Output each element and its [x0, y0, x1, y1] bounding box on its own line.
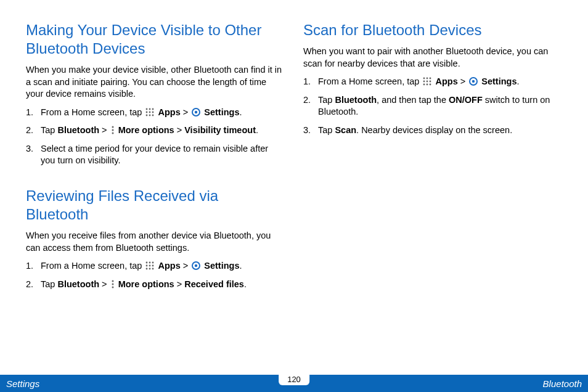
svg-point-28 — [423, 78, 425, 80]
intro-visibility: When you make your device visible, other… — [26, 64, 285, 100]
svg-point-33 — [430, 81, 431, 83]
step: From a Home screen, tap Apps > Settings. — [26, 107, 285, 119]
text: . — [239, 107, 242, 117]
footer-section: Settings — [6, 378, 39, 389]
text: . — [256, 125, 258, 135]
page-footer: Settings 120 Bluetooth — [0, 375, 588, 392]
svg-point-19 — [152, 265, 154, 267]
text: From a Home screen, tap — [41, 107, 144, 117]
svg-point-31 — [423, 81, 425, 83]
visibility-timeout-label: Visibility timeout — [184, 125, 256, 135]
svg-point-4 — [149, 111, 151, 113]
svg-point-12 — [112, 129, 113, 131]
step: Tap Bluetooth, and then tap the ON/OFF s… — [303, 94, 562, 118]
bluetooth-label: Bluetooth — [57, 125, 99, 135]
svg-point-14 — [146, 262, 148, 264]
step: Tap Scan. Nearby devices display on the … — [303, 125, 562, 137]
svg-point-7 — [149, 114, 151, 116]
text: Tap — [318, 95, 335, 105]
more-options-icon — [110, 125, 115, 135]
right-column: Scan for Bluetooth Devices When you want… — [303, 21, 562, 369]
svg-point-2 — [152, 108, 154, 110]
settings-label: Settings — [204, 261, 239, 271]
intro-scan: When you want to pair with another Bluet… — [303, 46, 562, 70]
settings-icon — [191, 107, 201, 117]
settings-icon — [191, 261, 201, 271]
apps-label: Apps — [435, 76, 457, 86]
heading-visibility: Making Your Device Visible to Other Blue… — [26, 21, 285, 58]
svg-point-20 — [146, 268, 148, 270]
svg-point-10 — [195, 110, 197, 113]
svg-point-0 — [146, 108, 148, 110]
text: > — [99, 279, 110, 289]
svg-point-18 — [149, 265, 151, 267]
settings-icon — [468, 76, 478, 86]
svg-point-32 — [427, 81, 428, 83]
svg-point-26 — [112, 283, 113, 285]
svg-point-8 — [152, 114, 154, 116]
step: From a Home screen, tap Apps > Settings. — [26, 260, 285, 272]
text: > — [181, 107, 191, 117]
svg-point-16 — [152, 262, 154, 264]
svg-point-15 — [149, 262, 151, 264]
svg-point-27 — [112, 286, 113, 288]
bluetooth-label: Bluetooth — [335, 95, 377, 105]
svg-point-21 — [149, 268, 151, 270]
text: Tap — [41, 125, 57, 135]
svg-point-5 — [152, 111, 154, 113]
text: > — [174, 125, 185, 135]
apps-icon — [145, 261, 155, 271]
intro-reviewing: When you receive files from another devi… — [26, 230, 285, 254]
bluetooth-label: Bluetooth — [57, 279, 99, 289]
svg-point-11 — [112, 126, 113, 128]
svg-point-22 — [152, 268, 154, 270]
svg-point-35 — [427, 84, 428, 86]
text: > — [174, 279, 185, 289]
text: From a Home screen, tap — [318, 76, 422, 86]
page-number: 120 — [279, 374, 309, 385]
scan-label: Scan — [335, 125, 356, 135]
text: . — [244, 279, 247, 289]
text: > — [458, 76, 468, 86]
more-options-icon — [110, 279, 115, 289]
steps-reviewing: From a Home screen, tap Apps > Settings.… — [26, 260, 285, 290]
svg-point-3 — [146, 111, 148, 113]
svg-point-29 — [427, 78, 428, 80]
steps-visibility: From a Home screen, tap Apps > Settings.… — [26, 107, 285, 167]
svg-point-38 — [472, 80, 475, 83]
svg-point-25 — [112, 280, 113, 282]
step: Tap Bluetooth > More options > Received … — [26, 279, 285, 291]
text: > — [99, 125, 110, 135]
text: . Nearby devices display on the screen. — [356, 125, 512, 135]
apps-icon — [422, 76, 432, 86]
text: , and then tap the — [377, 95, 449, 105]
footer-topic: Bluetooth — [543, 378, 582, 389]
left-column: Making Your Device Visible to Other Blue… — [26, 21, 285, 369]
text: Tap — [41, 279, 57, 289]
page-content: Making Your Device Visible to Other Blue… — [0, 0, 588, 369]
heading-scan: Scan for Bluetooth Devices — [303, 21, 562, 39]
text: Tap — [318, 125, 335, 135]
settings-label: Settings — [204, 107, 239, 117]
text: > — [181, 261, 191, 271]
settings-label: Settings — [481, 76, 517, 86]
svg-point-13 — [112, 133, 113, 134]
svg-point-34 — [423, 84, 425, 86]
svg-point-30 — [430, 78, 431, 80]
step: Select a time period for your device to … — [26, 143, 285, 167]
steps-scan: From a Home screen, tap Apps > Settings.… — [303, 76, 562, 136]
received-files-label: Received files — [184, 279, 244, 289]
svg-point-17 — [146, 265, 148, 267]
step: From a Home screen, tap Apps > Settings. — [303, 76, 562, 88]
svg-point-6 — [146, 114, 148, 116]
svg-point-24 — [195, 264, 197, 267]
step: Tap Bluetooth > More options > Visibilit… — [26, 125, 285, 137]
onoff-label: ON/OFF — [449, 95, 483, 105]
text: . — [239, 261, 242, 271]
text: . — [517, 76, 519, 86]
heading-reviewing: Reviewing Files Received via Bluetooth — [26, 187, 285, 224]
more-options-label: More options — [118, 125, 174, 135]
apps-label: Apps — [158, 261, 180, 271]
apps-label: Apps — [158, 107, 180, 117]
text: From a Home screen, tap — [41, 261, 144, 271]
